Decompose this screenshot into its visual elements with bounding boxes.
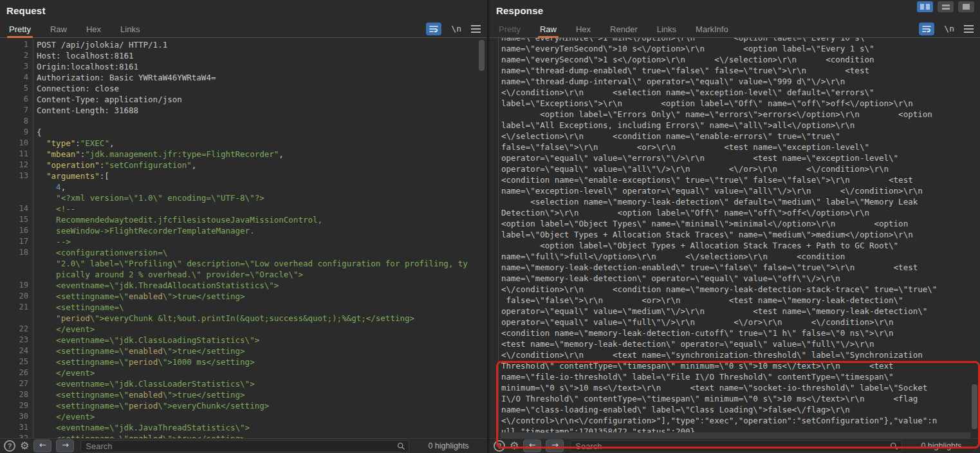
tab-pretty[interactable]: Pretty [9,24,31,37]
word-wrap-toggle-icon[interactable] [426,23,441,35]
tab-raw[interactable]: Raw [50,24,67,37]
code-row: 30 </event> [0,411,487,422]
code-text: false=\"false\">\r\n <or>\r\n <test name… [501,142,869,153]
code-row: 7Content-Length: 31688 [0,105,487,116]
line-number [490,338,499,349]
code-text: POST /api/jolokia/ HTTP/1.1 [37,39,167,50]
code-row: 28 <settingname=\"enabled\">true</settin… [0,389,487,400]
line-number [490,273,499,284]
code-row: operator=\"equal\" value=\"errors\"\/>\r… [490,153,980,163]
code-text: Content-Type: application/json [37,94,182,105]
search-previous-button[interactable]: ← [33,439,51,452]
search-input[interactable] [84,441,397,452]
request-vertical-scrollbar[interactable] [479,40,485,71]
code-text: name=\"everySecond\">1 s<\/option>\r\n <… [501,54,874,65]
line-number: 21 [0,302,33,313]
code-row: <\/selection>\r\n <condition name=\"enab… [490,131,980,142]
settings-gear-icon[interactable]: ⚙ [20,440,29,452]
code-text: label=\"Exceptions\">\r\n <option label=… [501,98,913,109]
code-text: name=\"thread-dump-enabled\" true=\"fals… [501,65,869,76]
settings-gear-icon[interactable]: ⚙ [510,440,519,452]
tab-raw[interactable]: Raw [540,24,557,37]
editor-menu-icon[interactable] [964,24,974,34]
code-text: name=\"thread-dump-interval\" operator=\… [501,76,845,87]
code-row: Detection\">\r\n <option label=\"Off\" n… [490,207,980,218]
code-text: operator=\"equal\" value=\"full\"\/>\r\n… [501,317,894,328]
search-field[interactable] [570,440,902,452]
line-number: 2 [0,50,33,61]
line-number [490,240,499,251]
code-text: <settingname=\ [37,302,124,313]
response-tab-bar: PrettyRawHexRenderLinksMarkInfo \n [490,22,980,38]
tab-links[interactable]: Links [120,24,140,37]
code-text: Connection: close [37,83,119,94]
code-text: Origin:localhost:8161 [37,61,138,72]
newline-display-toggle[interactable]: \n [944,23,954,35]
split-columns-layout-button[interactable] [917,1,933,12]
line-number: 5 [0,83,33,94]
code-text: </event> [37,367,95,378]
search-input[interactable] [574,441,890,452]
tab-pretty: Pretty [499,24,521,37]
response-panel: Response PrettyRawHexRenderLinksMarkInfo… [490,0,980,453]
code-row: 19 <eventname=\"jdk.ThreadAllocationStat… [0,280,487,291]
code-row: <\/condition>\r\n <selection name=\"exce… [490,87,980,98]
code-row: name=\"full\">full<\/option>\r\n <\/sele… [490,251,980,262]
code-row: 8 [0,116,487,127]
line-number [490,218,499,229]
search-field[interactable] [80,440,409,452]
line-number [0,269,33,280]
tab-markinfo[interactable]: MarkInfo [696,24,728,37]
code-text: name=\"full\">full<\/option>\r\n <\/sele… [501,251,845,262]
code-text: </event> [37,324,95,335]
code-text: <\/selection>\r\n <condition name=\"enab… [501,131,840,142]
code-text: name=\"class-loading-enabled\" label=\"C… [501,404,850,415]
tab-render[interactable]: Render [610,24,638,37]
word-wrap-toggle-icon[interactable] [919,23,934,35]
code-row: operator=\"equal\" value=\"all\"\/>\r\n … [490,163,980,174]
search-next-button[interactable]: → [56,439,74,452]
code-row: 23 <eventname=\"jdk.ClassLoadingStatisti… [0,335,487,346]
line-number: 25 [0,356,33,367]
code-row: 9{ [0,127,487,138]
line-number: 16 [0,225,33,236]
response-editor[interactable]: name=\"everyMinute\">1 min<\/option>\r\n… [490,38,980,438]
line-number [490,382,499,393]
newline-display-toggle[interactable]: \n [451,23,461,35]
search-previous-button[interactable]: ← [523,439,541,452]
code-row: <condition name=\"enable-exceptions\" tr… [490,174,980,185]
code-text: "2.0\" label=\"Profiling\" description=\… [37,258,468,269]
line-number [490,317,499,328]
code-text: <eventname=\"jdk.ClassLoaderStatistics\"… [37,378,255,389]
code-row: operator=\"equal\" value=\"medium\"\/>\r… [490,306,980,317]
help-icon[interactable]: ? [4,440,15,452]
tab-links[interactable]: Links [657,24,676,37]
single-pane-layout-button[interactable] [958,1,974,12]
code-row: name=\"memory-leak-detection-enabled\" t… [490,262,980,273]
code-row: 24 <settingname=\"enabled\">true</settin… [0,346,487,356]
response-vertical-scrollbar[interactable] [972,384,977,429]
line-number [490,196,499,207]
help-icon[interactable]: ? [494,440,505,452]
split-rows-layout-button[interactable] [938,1,954,12]
line-number: 29 [0,400,33,411]
code-text: <settingname=\"enabled\">true</setting> [37,433,245,438]
editor-menu-icon[interactable] [471,24,481,34]
code-row: 31 <eventname=\"jdk.JavaThreadStatistics… [0,422,487,433]
line-number: 31 [0,422,33,433]
tab-hex[interactable]: Hex [86,24,101,37]
search-next-button[interactable]: → [546,439,564,452]
request-editor[interactable]: 1POST /api/jolokia/ HTTP/1.12Host: local… [0,38,487,438]
code-row: label=\"Exceptions\">\r\n <option label=… [490,98,980,109]
code-text: <\/condition>\r\n <text name=\"synchroni… [501,349,923,360]
code-text: <settingname=\"enabled\">true</setting> [37,346,245,356]
tab-hex[interactable]: Hex [576,24,591,37]
code-row: name=\"everyMinute\">1 min<\/option>\r\n… [490,38,980,43]
line-number: 26 [0,367,33,378]
code-row: 2Host: localhost:8161 [0,50,487,61]
line-number [0,313,33,324]
response-horizontal-scrollbar[interactable] [500,432,971,438]
horizontal-bars-icon [942,5,950,10]
line-number: 32 [0,433,33,438]
code-row: 15 Recommendedwaytoedit.jfcfilesistouseJ… [0,214,487,225]
